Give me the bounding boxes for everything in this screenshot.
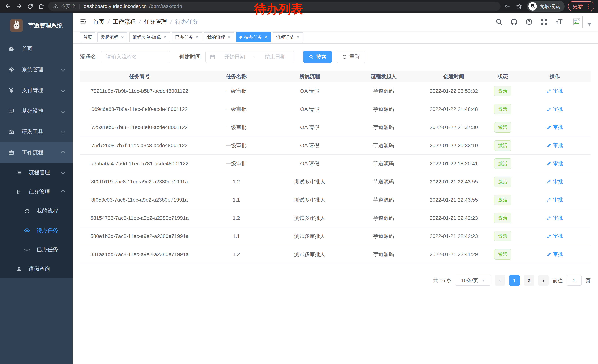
page-content: 流程名 创建时间 开始日期 - 结束日期 搜索	[73, 43, 598, 364]
toolbox-icon	[8, 129, 15, 135]
tab-close-icon[interactable]: ×	[296, 34, 300, 40]
todo-table: 任务编号 任务名称 所属流程 流程发起人 创建时间 状态 操作 73211d9d…	[80, 71, 590, 263]
sidebar-item-payment[interactable]: 支付管理	[0, 80, 73, 101]
tab-close-icon[interactable]: ×	[121, 34, 124, 40]
goto-page-input[interactable]	[567, 275, 581, 286]
tab-close-icon[interactable]: ×	[264, 34, 268, 40]
tab-流程表单-编辑[interactable]: 流程表单-编辑×	[130, 32, 170, 42]
approve-link[interactable]: 审批	[547, 178, 563, 185]
search-icon[interactable]	[495, 18, 503, 25]
tab-close-icon[interactable]: ×	[227, 34, 231, 40]
reset-button[interactable]: 重置	[337, 51, 365, 63]
chevron-down-icon	[61, 130, 65, 134]
filter-bar: 流程名 创建时间 开始日期 - 结束日期 搜索	[80, 51, 590, 63]
approve-link[interactable]: 审批	[547, 142, 563, 149]
sidebar-item-leave-query[interactable]: 请假查询	[0, 259, 73, 278]
search-button-label: 搜索	[316, 53, 326, 60]
prev-page-button[interactable]: ‹	[495, 275, 505, 286]
calendar-icon	[210, 54, 215, 60]
help-icon[interactable]	[525, 18, 533, 25]
chevron-down-icon	[482, 280, 485, 282]
reload-icon[interactable]	[26, 2, 34, 11]
col-header-create-time: 创建时间	[421, 73, 486, 80]
next-page-button[interactable]: ›	[538, 275, 548, 286]
more-vertical-icon[interactable]: ⋮	[585, 3, 591, 10]
search-button[interactable]: 搜索	[303, 51, 332, 63]
sidebar-item-infra[interactable]: 基础设施	[0, 101, 73, 121]
breadcrumb: 首页 / 工作流程 / 任务管理 / 待办任务	[93, 18, 198, 26]
total-count-label: 共 16 条	[433, 277, 451, 284]
eye-closed-icon	[24, 246, 30, 253]
cell-task-id: 58154733-7ac8-11ec-a9e2-a2380e71991a	[80, 215, 199, 221]
forward-icon[interactable]	[15, 2, 23, 11]
cell-starter: 芋道源码	[346, 88, 421, 95]
approve-link[interactable]: 审批	[547, 124, 563, 130]
dropdown-caret-icon[interactable]	[588, 23, 591, 26]
process-name-input[interactable]	[101, 51, 170, 63]
page-size-select[interactable]: 10条/页	[456, 275, 491, 286]
app-logo-avatar	[10, 19, 23, 32]
approve-link[interactable]: 审批	[547, 160, 563, 167]
page-size-value: 10条/页	[461, 277, 478, 284]
page-button-2[interactable]: 2	[524, 275, 534, 286]
breadcrumb-task-mgmt[interactable]: 任务管理	[144, 18, 167, 26]
sidebar-item-done-tasks[interactable]: 已办任务	[0, 240, 73, 259]
cell-task-id: a6aba0a4-7b6d-11ec-b781-acde48001122	[80, 161, 199, 167]
tab-首页[interactable]: 首页	[80, 32, 95, 42]
fullscreen-icon[interactable]	[540, 18, 548, 25]
tab-label: 流程详情	[276, 34, 294, 40]
page-button-1[interactable]: 1	[509, 275, 520, 286]
approve-link[interactable]: 审批	[547, 196, 563, 203]
key-icon[interactable]	[503, 2, 512, 11]
update-button[interactable]: 更新 ⋮	[568, 1, 594, 11]
approve-link[interactable]: 审批	[547, 88, 563, 94]
monitor-icon	[8, 108, 15, 114]
chevron-down-icon	[61, 68, 65, 72]
sidebar-item-devtools[interactable]: 研发工具	[0, 121, 73, 142]
sidebar-item-label: 基础设施	[22, 107, 43, 115]
approve-link[interactable]: 审批	[547, 106, 563, 112]
tab-发起流程[interactable]: 发起流程×	[98, 32, 127, 42]
tab-close-icon[interactable]: ×	[195, 34, 199, 40]
home-icon[interactable]	[37, 2, 46, 11]
end-date-placeholder[interactable]: 结束日期	[261, 53, 290, 60]
sidebar-item-system[interactable]: 系统管理	[0, 59, 73, 80]
face-icon	[24, 208, 30, 214]
incognito-label: 无痕模式	[540, 3, 560, 10]
tab-待办任务[interactable]: 待办任务×	[236, 32, 271, 42]
cell-task-id: 8f059c03-7ac8-11ec-a9e2-a2380e71991a	[80, 197, 199, 203]
approve-link-label: 审批	[553, 196, 563, 203]
sidebar-item-todo-tasks[interactable]: 待办任务	[0, 221, 73, 240]
breadcrumb-home[interactable]: 首页	[93, 18, 105, 26]
font-size-icon[interactable]	[555, 18, 563, 25]
start-date-placeholder[interactable]: 开始日期	[220, 53, 249, 60]
sidebar-item-my-process[interactable]: 我的流程	[0, 202, 73, 221]
sidebar-collapse-icon[interactable]	[79, 18, 87, 25]
avatar-broken-image[interactable]	[571, 16, 583, 28]
date-range-picker[interactable]: 开始日期 - 结束日期	[206, 51, 294, 63]
approve-link[interactable]: 审批	[547, 215, 563, 221]
tab-我的流程[interactable]: 我的流程×	[204, 32, 234, 42]
breadcrumb-workflow[interactable]: 工作流程	[113, 18, 136, 26]
sidebar-item-workflow[interactable]: 工作流程	[0, 142, 73, 163]
sidebar-item-process-mgmt[interactable]: 流程管理	[0, 163, 73, 182]
app-logo-row[interactable]: 芋道管理系统	[0, 13, 73, 39]
status-badge: 激活	[494, 122, 511, 133]
sidebar-item-task-mgmt[interactable]: 任务管理	[0, 182, 73, 202]
approve-link-label: 审批	[553, 106, 563, 112]
star-icon[interactable]	[515, 2, 523, 11]
github-icon[interactable]	[510, 18, 518, 26]
dashboard-icon	[8, 46, 15, 52]
cell-task-name: 一级审批	[199, 88, 274, 95]
tab-已办任务[interactable]: 已办任务×	[172, 32, 202, 42]
sidebar-item-home[interactable]: 首页	[0, 39, 73, 59]
approve-link[interactable]: 审批	[547, 251, 563, 258]
list-icon	[16, 170, 22, 176]
back-icon[interactable]	[4, 2, 12, 11]
cell-task-name: 1.1	[199, 233, 274, 239]
col-header-task-name: 任务名称	[199, 73, 274, 80]
tab-流程详情[interactable]: 流程详情×	[273, 32, 303, 42]
tab-close-icon[interactable]: ×	[163, 34, 166, 40]
cell-task-id: 75d72608-7b7f-11ec-a3c8-acde48001122	[80, 143, 199, 148]
approve-link[interactable]: 审批	[547, 233, 563, 239]
